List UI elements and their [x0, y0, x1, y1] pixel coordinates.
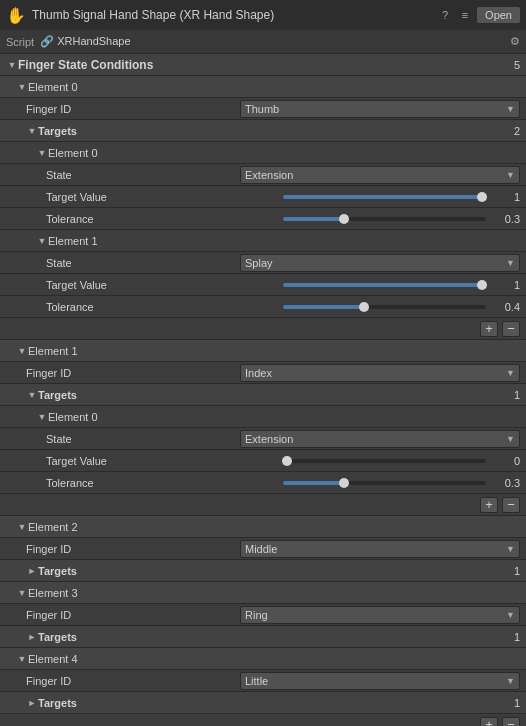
- dropdown-arrow-icon8: ▼: [506, 676, 515, 686]
- element0-targets-e0-collapse-icon[interactable]: [36, 147, 48, 159]
- element1-targets-e0-targetval-slider[interactable]: 0: [283, 455, 520, 467]
- element3-targets-count: 1: [514, 631, 520, 643]
- slider-thumb[interactable]: [477, 192, 487, 202]
- element2-targets-header: Targets 1: [0, 560, 526, 582]
- element1-finger-id-row: Finger ID Index ▼: [0, 362, 526, 384]
- slider-thumb3[interactable]: [477, 280, 487, 290]
- element0-targets-e1-targetval-slider[interactable]: 1: [283, 279, 520, 291]
- main-minus-button[interactable]: −: [502, 717, 520, 727]
- element1-targets-e0-state-value: Extension: [245, 433, 293, 445]
- element1-targets-e0-targetval-value: 0: [490, 455, 520, 467]
- element0-targets-e0-label: Element 0: [48, 147, 520, 159]
- element0-targets-e1-state-dropdown[interactable]: Splay ▼: [240, 254, 520, 272]
- element1-targets-e0-tolerance-row: Tolerance 0.3: [0, 472, 526, 494]
- script-value: 🔗 XRHandShape: [40, 35, 510, 48]
- element0-targets-e0-state-row: State Extension ▼: [0, 164, 526, 186]
- element1-finger-id-value: Index: [245, 367, 272, 379]
- slider-thumb5[interactable]: [282, 456, 292, 466]
- element1-collapse-icon[interactable]: [16, 345, 28, 357]
- element0-targets-e0-targetval-value: 1: [490, 191, 520, 203]
- dropdown-arrow-icon5: ▼: [506, 434, 515, 444]
- element0-targets-minus-button[interactable]: −: [502, 321, 520, 337]
- help-icon[interactable]: ?: [437, 7, 453, 23]
- element2-finger-id-dropdown[interactable]: Middle ▼: [240, 540, 520, 558]
- element0-targets-e1-collapse-icon[interactable]: [36, 235, 48, 247]
- element4-targets-count: 1: [514, 697, 520, 709]
- element3-finger-id-label: Finger ID: [26, 609, 240, 621]
- element0-finger-id-dropdown[interactable]: Thumb ▼: [240, 100, 520, 118]
- dropdown-arrow-icon4: ▼: [506, 368, 515, 378]
- element0-targets-e0-targetval-slider[interactable]: 1: [283, 191, 520, 203]
- element1-label: Element 1: [28, 345, 520, 357]
- element0-targets-plus-minus-row: + −: [0, 318, 526, 340]
- title-bar: ✋ Thumb Signal Hand Shape (XR Hand Shape…: [0, 0, 526, 30]
- dropdown-arrow-icon3: ▼: [506, 258, 515, 268]
- element0-targets-e1-header: Element 1: [0, 230, 526, 252]
- slider-fill3: [283, 283, 482, 287]
- element2-label: Element 2: [28, 521, 520, 533]
- element0-targets-count: 2: [514, 125, 520, 137]
- element0-targets-e1-targetval-row: Target Value 1: [0, 274, 526, 296]
- element0-targets-e1-tolerance-label: Tolerance: [46, 301, 283, 313]
- element1-targets-e0-state-row: State Extension ▼: [0, 428, 526, 450]
- element4-finger-id-dropdown[interactable]: Little ▼: [240, 672, 520, 690]
- main-plus-button[interactable]: +: [480, 717, 498, 727]
- element3-finger-id-value: Ring: [245, 609, 268, 621]
- element1-targets-collapse-icon[interactable]: [26, 389, 38, 401]
- element0-finger-id-value: Thumb: [245, 103, 279, 115]
- element1-targets-e0-tolerance-label: Tolerance: [46, 477, 283, 489]
- element2-targets-collapse-icon[interactable]: [26, 565, 38, 577]
- script-settings-icon[interactable]: ⚙: [510, 35, 520, 48]
- element0-targets-e1-targetval-label: Target Value: [46, 279, 283, 291]
- finger-state-conditions-count: 5: [514, 59, 520, 71]
- element1-finger-id-dropdown[interactable]: Index ▼: [240, 364, 520, 382]
- finger-state-conditions-label: Finger State Conditions: [18, 58, 514, 72]
- element1-targets-e0-state-dropdown[interactable]: Extension ▼: [240, 430, 520, 448]
- element1-targets-e0-collapse-icon[interactable]: [36, 411, 48, 423]
- element3-targets-collapse-icon[interactable]: [26, 631, 38, 643]
- element0-collapse-icon[interactable]: [16, 81, 28, 93]
- element0-targets-e0-tolerance-row: Tolerance 0.3: [0, 208, 526, 230]
- slider-thumb2[interactable]: [339, 214, 349, 224]
- element4-targets-collapse-icon[interactable]: [26, 697, 38, 709]
- element0-targets-e1-tolerance-value: 0.4: [490, 301, 520, 313]
- slider-thumb4[interactable]: [359, 302, 369, 312]
- element1-targets-count: 1: [514, 389, 520, 401]
- element3-collapse-icon[interactable]: [16, 587, 28, 599]
- element1-targets-e0-label: Element 0: [48, 411, 520, 423]
- main-plus-minus-row: + −: [0, 714, 526, 726]
- element2-collapse-icon[interactable]: [16, 521, 28, 533]
- element0-targets-e0-tolerance-label: Tolerance: [46, 213, 283, 225]
- element3-label: Element 3: [28, 587, 520, 599]
- slider-track6: [283, 481, 486, 485]
- settings-icon[interactable]: ≡: [457, 7, 473, 23]
- open-button[interactable]: Open: [477, 7, 520, 23]
- element0-targets-e1-state-label: State: [46, 257, 240, 269]
- dropdown-arrow-icon7: ▼: [506, 610, 515, 620]
- element1-targets-plus-button[interactable]: +: [480, 497, 498, 513]
- slider-fill2: [283, 217, 344, 221]
- element1-targets-minus-button[interactable]: −: [502, 497, 520, 513]
- element0-finger-id-row: Finger ID Thumb ▼: [0, 98, 526, 120]
- element1-finger-id-label: Finger ID: [26, 367, 240, 379]
- element0-targets-plus-button[interactable]: +: [480, 321, 498, 337]
- slider-thumb6[interactable]: [339, 478, 349, 488]
- script-label: Script: [6, 36, 34, 48]
- dropdown-arrow-icon2: ▼: [506, 170, 515, 180]
- element0-targets-e0-tolerance-slider[interactable]: 0.3: [283, 213, 520, 225]
- element0-targets-e0-header: Element 0: [0, 142, 526, 164]
- slider-track3: [283, 283, 486, 287]
- element4-collapse-icon[interactable]: [16, 653, 28, 665]
- element4-header: Element 4: [0, 648, 526, 670]
- element1-targets-e0-tolerance-slider[interactable]: 0.3: [283, 477, 520, 489]
- slider-fill: [283, 195, 482, 199]
- element0-targets-e1-tolerance-slider[interactable]: 0.4: [283, 301, 520, 313]
- collapse-icon[interactable]: [6, 59, 18, 71]
- element0-targets-collapse-icon[interactable]: [26, 125, 38, 137]
- element0-targets-e1-label: Element 1: [48, 235, 520, 247]
- element1-targets-plus-minus-row: + −: [0, 494, 526, 516]
- element2-finger-id-row: Finger ID Middle ▼: [0, 538, 526, 560]
- element4-finger-id-label: Finger ID: [26, 675, 240, 687]
- element3-finger-id-dropdown[interactable]: Ring ▼: [240, 606, 520, 624]
- element0-targets-e0-state-dropdown[interactable]: Extension ▼: [240, 166, 520, 184]
